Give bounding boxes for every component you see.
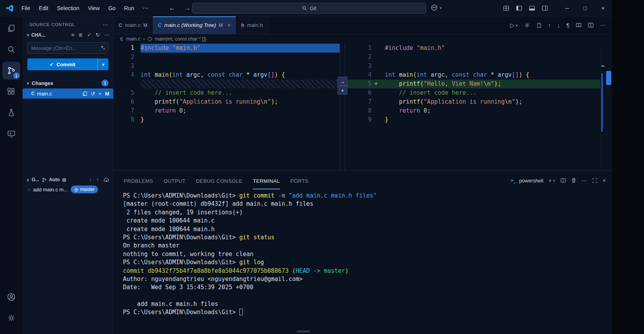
- maximize-button[interactable]: □: [576, 0, 594, 16]
- code-line[interactable]: 3: [114, 62, 340, 71]
- panel-tab-ports[interactable]: PORTS: [290, 172, 309, 189]
- close-button[interactable]: ×: [594, 0, 612, 16]
- split-editor-icon[interactable]: [588, 22, 594, 28]
- split-terminal-icon[interactable]: [560, 178, 566, 183]
- more-actions-icon[interactable]: ⋯: [582, 177, 587, 184]
- generate-commit-message-icon[interactable]: [100, 45, 106, 51]
- code-line[interactable]: 4int main(int argc, const char * argv[])…: [345, 71, 600, 80]
- code-line[interactable]: 7 return 0;: [114, 106, 340, 115]
- code-line[interactable]: 8 return 0;: [345, 106, 600, 115]
- revert-arrow-icon[interactable]: →: [338, 77, 347, 86]
- more-actions-icon[interactable]: ⋯: [104, 32, 109, 38]
- command-center-search[interactable]: Git: [192, 3, 426, 14]
- copilot-button[interactable]: ∨: [431, 4, 442, 11]
- explorer-icon[interactable]: [2, 19, 20, 37]
- remote-explorer-icon[interactable]: [2, 125, 20, 143]
- commit-history-row[interactable]: ○ add main.c m... ◎ master: [23, 184, 113, 194]
- code-line[interactable]: 1#include "main.h": [345, 44, 600, 53]
- stage-changes-icon[interactable]: +: [99, 91, 102, 97]
- testing-flask-icon[interactable]: [2, 104, 20, 122]
- commit-message-input[interactable]: [27, 42, 109, 54]
- menu-run[interactable]: Run: [120, 5, 139, 11]
- run-button[interactable]: ▷ ∨: [510, 22, 518, 29]
- stage-change-icon[interactable]: +: [338, 86, 347, 95]
- code-line[interactable]: 6 // insert code here...: [345, 88, 600, 97]
- fetch-icon[interactable]: ↓: [89, 177, 92, 183]
- chevron-down-icon[interactable]: ∨: [27, 33, 29, 37]
- commit-check-icon[interactable]: ✓: [87, 32, 91, 38]
- push-icon[interactable]: ↑: [96, 177, 99, 183]
- view-as-tree-icon[interactable]: ≣: [78, 32, 83, 38]
- changed-file-row[interactable]: C main.c ↺ + M: [23, 88, 113, 99]
- code-line[interactable]: [114, 80, 340, 88]
- refresh-icon[interactable]: ↻: [96, 32, 100, 38]
- scrollbar-thumb[interactable]: [606, 71, 611, 85]
- panel-tab-problems[interactable]: PROBLEMS: [124, 172, 153, 189]
- new-terminal-icon[interactable]: +: [548, 177, 551, 184]
- code-line[interactable]: 8}: [114, 115, 340, 124]
- overview-ruler[interactable]: [600, 44, 612, 170]
- source-control-icon[interactable]: 1: [2, 62, 20, 80]
- branch-badge[interactable]: ◎ master: [71, 186, 98, 193]
- diff-modified-pane[interactable]: 1#include "main.h"234int main(int argc, …: [345, 44, 600, 170]
- toggle-panel-icon[interactable]: [529, 5, 535, 11]
- panel-tab-output[interactable]: OUTPUT: [164, 172, 185, 189]
- code-line[interactable]: 9}: [345, 115, 600, 124]
- more-actions-icon[interactable]: ⋯: [600, 22, 606, 29]
- panel-tab-debug-console[interactable]: DEBUG CONSOLE: [196, 172, 242, 189]
- breadcrumb-file[interactable]: main.c: [126, 36, 141, 42]
- changes-section-header[interactable]: ∨ Changes 1: [23, 78, 113, 88]
- diff-original-pane[interactable]: 1#include "main.h"234int main(int argc, …: [114, 44, 340, 170]
- code-line[interactable]: 5 // insert code here...: [114, 88, 340, 97]
- menu-file[interactable]: File: [17, 5, 35, 11]
- search-icon[interactable]: [2, 41, 20, 58]
- code-line[interactable]: 5+ printf("Hello, Viet Nam!\n");: [345, 80, 600, 88]
- diff-sash[interactable]: → +: [340, 44, 345, 170]
- terminal-shell-item[interactable]: >_ powershell: [511, 178, 543, 184]
- new-file-icon[interactable]: [536, 23, 542, 28]
- code-line[interactable]: 2: [345, 53, 600, 62]
- panel-tab-terminal[interactable]: TERMINAL: [253, 172, 280, 189]
- toggle-sidebar-icon[interactable]: [516, 5, 522, 11]
- extensions-icon[interactable]: [2, 83, 20, 101]
- terminal-output[interactable]: PS C:\Users\ADMIN\Downloads\Git> git com…: [114, 190, 612, 334]
- chevron-down-icon[interactable]: ∨: [553, 178, 555, 182]
- maximize-panel-icon[interactable]: [592, 178, 598, 183]
- pilcrow-icon[interactable]: ¶: [566, 22, 569, 28]
- toggle-secondary-sidebar-icon[interactable]: [542, 5, 548, 11]
- code-line[interactable]: 7 printf("Application is running\n");: [345, 97, 600, 106]
- breadcrumb[interactable]: C main.c › main(int, const char * []): [114, 34, 612, 44]
- commit-button[interactable]: ✓ Commit ∨: [27, 58, 109, 70]
- chevron-down-icon[interactable]: ∨: [27, 178, 29, 182]
- code-line[interactable]: 4int main(int argc, const char * argv[])…: [114, 71, 340, 80]
- gear-icon[interactable]: [524, 22, 530, 28]
- menu-view[interactable]: View: [84, 5, 104, 11]
- open-file-icon[interactable]: [82, 91, 87, 96]
- open-preview-icon[interactable]: [576, 22, 582, 28]
- close-icon[interactable]: ×: [228, 22, 231, 28]
- commit-dropdown-icon[interactable]: ∨: [98, 62, 109, 67]
- view-as-list-icon[interactable]: ≡: [71, 32, 75, 38]
- code-line[interactable]: 3: [345, 62, 600, 71]
- terminal-scrollbar[interactable]: [297, 330, 310, 332]
- customize-layout-icon[interactable]: [503, 5, 509, 11]
- tab-main-c[interactable]: Cmain.cM: [114, 16, 153, 34]
- code-line[interactable]: 6 printf("Application is running\n");: [114, 97, 340, 106]
- cloud-icon[interactable]: [103, 177, 109, 183]
- kill-terminal-icon[interactable]: [571, 178, 576, 183]
- menu-edit[interactable]: Edit: [35, 5, 53, 11]
- discard-changes-icon[interactable]: ↺: [91, 91, 95, 97]
- code-line[interactable]: 1#include "main.h": [114, 44, 340, 53]
- more-menus-icon[interactable]: ⋯: [139, 4, 153, 12]
- settings-gear-icon[interactable]: [2, 309, 20, 327]
- back-icon[interactable]: ←: [169, 4, 176, 12]
- more-actions-icon[interactable]: ⋯: [103, 21, 109, 28]
- navigate-down-icon[interactable]: ↓: [557, 22, 560, 28]
- menu-go[interactable]: Go: [104, 5, 120, 11]
- tab-main-h[interactable]: hmain.h: [236, 16, 268, 34]
- close-panel-icon[interactable]: ×: [603, 177, 606, 184]
- breadcrumb-symbol[interactable]: main(int, const char * []): [155, 36, 206, 42]
- navigate-up-icon[interactable]: ↑: [548, 22, 551, 28]
- tab-main-c-working-tree-[interactable]: Cmain.c (Working Tree)M×: [153, 16, 236, 34]
- code-line[interactable]: 2: [114, 53, 340, 62]
